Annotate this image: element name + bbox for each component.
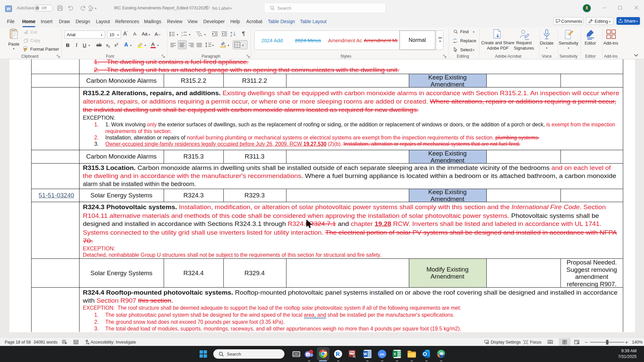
svg-text:1: 1 [181, 32, 183, 34]
svg-text:W: W [364, 352, 367, 356]
svg-text:W: W [6, 6, 11, 11]
svg-text:Z: Z [230, 34, 232, 37]
svg-text:2: 2 [181, 35, 183, 37]
svg-text:A: A [230, 31, 232, 34]
svg-text:zm: zm [380, 352, 384, 356]
svg-text:X: X [393, 352, 396, 356]
svg-text:T: T [307, 353, 309, 356]
svg-text:ac: ac [453, 41, 455, 43]
